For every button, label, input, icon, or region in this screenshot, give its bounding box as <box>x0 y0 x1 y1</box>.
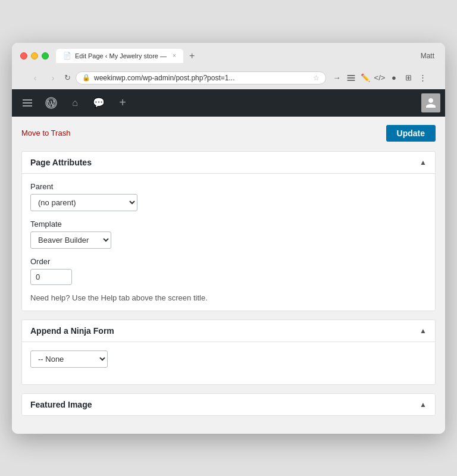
order-label: Order <box>30 257 427 266</box>
ninja-form-panel: Append a Ninja Form ▲ -- None Contact Fo… <box>21 320 436 385</box>
circle-icon[interactable]: ● <box>388 72 400 84</box>
menu-toggle-button[interactable] <box>17 92 38 114</box>
active-tab[interactable]: 📄 Edit Page ‹ My Jewelry store — × <box>56 49 183 63</box>
featured-image-panel-header[interactable]: Featured Image ▲ <box>22 394 435 415</box>
page-attributes-panel-body: Parent (no parent) Template Beaver Build… <box>22 174 435 311</box>
lock-icon: 🔒 <box>82 74 90 82</box>
order-input[interactable] <box>30 269 72 285</box>
bookmark-icon[interactable]: ☆ <box>313 74 320 82</box>
template-label: Template <box>30 220 427 228</box>
update-button[interactable]: Update <box>386 125 436 142</box>
more-icon[interactable]: ⋮ <box>417 72 428 84</box>
featured-image-title: Featured Image <box>30 400 92 409</box>
arrow-icon[interactable]: → <box>331 72 343 84</box>
parent-select[interactable]: (no parent) <box>30 194 137 211</box>
svg-rect-2 <box>348 80 355 81</box>
page-attributes-toggle-icon: ▲ <box>420 158 427 167</box>
move-to-trash-link[interactable]: Move to Trash <box>21 129 70 137</box>
wp-admin-bar: ⌂ 💬 + <box>12 89 445 117</box>
layers-icon[interactable] <box>345 72 357 84</box>
refresh-button[interactable]: ↻ <box>64 73 71 82</box>
svg-rect-4 <box>23 102 32 104</box>
new-tab-button[interactable]: + <box>186 51 198 61</box>
home-button[interactable]: ⌂ <box>64 92 86 114</box>
new-content-button[interactable]: + <box>112 92 133 114</box>
pencil-icon[interactable]: ✏️ <box>359 72 371 84</box>
page-attributes-title: Page Attributes <box>30 158 92 167</box>
tab-close-button[interactable]: × <box>173 52 176 59</box>
ninja-form-title: Append a Ninja Form <box>30 326 114 336</box>
svg-rect-1 <box>348 77 355 79</box>
parent-label: Parent <box>30 182 427 191</box>
svg-rect-0 <box>348 75 355 76</box>
address-bar: ‹ › ↻ 🔒 weekinwp.com/wp-admin/post.php?p… <box>20 68 437 89</box>
ninja-form-select[interactable]: -- None Contact Form <box>30 350 108 368</box>
browser-actions: → ✏️ </> ● ⊞ ⋮ <box>331 72 428 84</box>
back-button[interactable]: ‹ <box>29 71 42 84</box>
traffic-lights <box>20 52 49 60</box>
title-bar: 📄 Edit Page ‹ My Jewelry store — × + Mat… <box>12 43 445 89</box>
grid-icon[interactable]: ⊞ <box>402 72 414 84</box>
comments-button[interactable]: 💬 <box>88 92 109 114</box>
order-field-group: Order <box>30 257 427 285</box>
content-area: Move to Trash Update Page Attributes ▲ P… <box>12 117 445 434</box>
ninja-form-toggle-icon: ▲ <box>420 327 427 335</box>
tab-label: Edit Page ‹ My Jewelry store — <box>75 52 167 60</box>
code-icon[interactable]: </> <box>374 72 386 84</box>
close-button[interactable] <box>20 52 27 60</box>
forward-button[interactable]: › <box>46 71 60 84</box>
url-field[interactable]: 🔒 weekinwp.com/wp-admin/post.php?post=1.… <box>76 71 326 84</box>
ninja-form-field-group: -- None Contact Form <box>30 350 427 368</box>
svg-rect-3 <box>23 99 32 101</box>
page-attributes-panel: Page Attributes ▲ Parent (no parent) Tem… <box>21 151 436 311</box>
featured-image-toggle-icon: ▲ <box>420 400 427 409</box>
svg-rect-5 <box>23 105 32 107</box>
template-select[interactable]: Beaver Builder Default Template Full Wid… <box>30 231 111 249</box>
ninja-form-panel-body: -- None Contact Form <box>22 342 435 384</box>
tab-favicon: 📄 <box>63 52 71 60</box>
ninja-form-panel-header[interactable]: Append a Ninja Form ▲ <box>22 320 435 342</box>
minimize-button[interactable] <box>31 52 38 60</box>
wordpress-logo[interactable] <box>40 92 62 114</box>
maximize-button[interactable] <box>42 52 49 60</box>
help-text: Need help? Use the Help tab above the sc… <box>30 293 427 302</box>
template-field-group: Template Beaver Builder Default Template… <box>30 220 427 249</box>
parent-field-group: Parent (no parent) <box>30 182 427 211</box>
browser-window: 📄 Edit Page ‹ My Jewelry store — × + Mat… <box>12 43 445 434</box>
featured-image-panel: Featured Image ▲ <box>21 393 436 416</box>
user-avatar[interactable] <box>421 93 440 112</box>
url-text: weekinwp.com/wp-admin/post.php?post=1... <box>94 74 309 82</box>
tab-bar: 📄 Edit Page ‹ My Jewelry store — × + <box>56 49 421 63</box>
action-bar: Move to Trash Update <box>21 125 436 142</box>
user-name: Matt <box>421 52 437 60</box>
page-attributes-panel-header[interactable]: Page Attributes ▲ <box>22 152 435 174</box>
